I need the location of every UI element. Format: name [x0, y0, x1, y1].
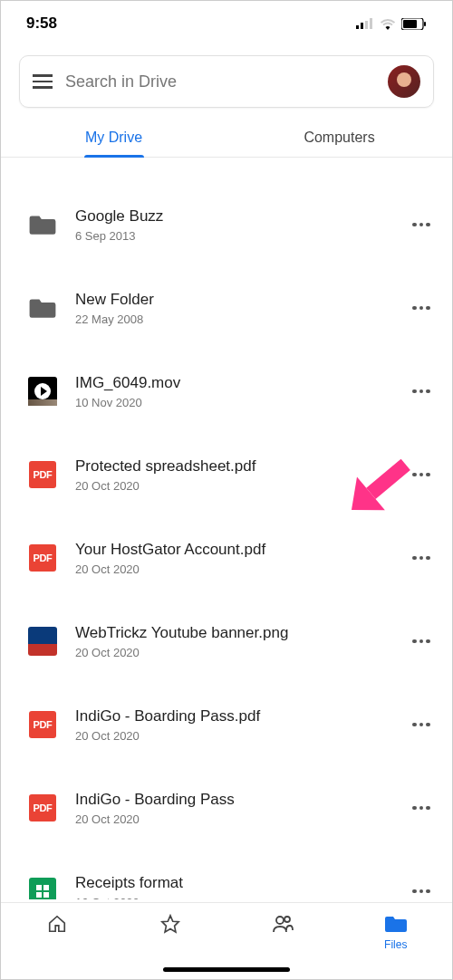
nav-home[interactable] [1, 912, 114, 979]
tab-computers[interactable]: Computers [226, 117, 452, 157]
svg-rect-5 [403, 20, 417, 28]
file-list: Google Buzz6 Sep 2013 New Folder22 May 2… [1, 158, 452, 899]
cellular-icon [356, 18, 374, 29]
image-icon [28, 627, 57, 656]
file-date: 22 May 2008 [75, 312, 390, 326]
file-name: IndiGo - Boarding Pass [75, 791, 390, 809]
file-date: 10 Nov 2020 [75, 396, 390, 409]
list-item[interactable]: Receipts format16 Oct 2020 [1, 850, 452, 899]
video-icon [28, 377, 57, 406]
battery-icon [401, 18, 427, 30]
file-name: Google Buzz [75, 207, 390, 226]
files-icon [384, 912, 408, 936]
svg-point-7 [276, 917, 284, 924]
people-icon [271, 912, 294, 936]
folder-icon [28, 210, 57, 239]
menu-icon[interactable] [33, 74, 53, 89]
tab-my-drive[interactable]: My Drive [1, 117, 226, 157]
folder-icon [28, 293, 57, 322]
svg-rect-3 [370, 18, 372, 29]
tabs-container: My Drive Computers [1, 117, 452, 158]
star-icon [159, 912, 182, 936]
list-item[interactable]: PDF IndiGo - Boarding Pass20 Oct 2020 [1, 766, 452, 850]
avatar[interactable] [388, 65, 420, 98]
list-item[interactable]: PDF Protected spreadsheet.pdf20 Oct 2020 [1, 433, 452, 516]
more-icon[interactable] [409, 462, 434, 487]
nav-label: Files [384, 938, 407, 951]
pdf-icon: PDF [28, 460, 57, 489]
svg-rect-1 [361, 23, 363, 29]
status-time: 9:58 [26, 14, 57, 33]
pdf-icon: PDF [28, 710, 57, 739]
more-icon[interactable] [409, 712, 434, 737]
file-date: 6 Sep 2013 [75, 229, 390, 243]
more-icon[interactable] [409, 545, 434, 571]
more-icon[interactable] [409, 212, 434, 237]
file-date: 20 Oct 2020 [75, 812, 390, 826]
wifi-icon [380, 18, 396, 30]
status-indicators [356, 18, 427, 30]
pdf-icon: PDF [28, 543, 57, 572]
svg-rect-0 [356, 25, 359, 29]
home-indicator[interactable] [163, 967, 290, 972]
list-item[interactable]: IMG_6049.mov10 Nov 2020 [1, 350, 452, 433]
file-name: IndiGo - Boarding Pass.pdf [75, 707, 390, 725]
file-name: Receipts format [75, 874, 390, 892]
list-item[interactable]: PDF Your HostGator Account.pdf20 Oct 202… [1, 516, 452, 600]
more-icon[interactable] [409, 879, 434, 899]
more-icon[interactable] [409, 795, 434, 821]
status-bar: 9:58 [1, 1, 452, 46]
list-item[interactable]: Google Buzz6 Sep 2013 [1, 183, 452, 266]
file-name: Protected spreadsheet.pdf [75, 457, 390, 476]
more-icon[interactable] [409, 295, 434, 321]
more-icon[interactable] [409, 379, 434, 404]
nav-files[interactable]: Files [340, 912, 453, 979]
file-date: 20 Oct 2020 [75, 729, 390, 743]
search-input[interactable]: Search in Drive [65, 72, 375, 91]
file-name: IMG_6049.mov [75, 374, 390, 392]
list-item[interactable]: PDF IndiGo - Boarding Pass.pdf20 Oct 202… [1, 683, 452, 766]
svg-point-8 [284, 917, 290, 922]
svg-rect-2 [365, 21, 368, 29]
pdf-icon: PDF [28, 793, 57, 822]
file-date: 20 Oct 2020 [75, 479, 390, 493]
search-bar[interactable]: Search in Drive [19, 55, 434, 108]
file-date: 20 Oct 2020 [75, 646, 390, 659]
list-item[interactable]: WebTrickz Youtube banner.png20 Oct 2020 [1, 600, 452, 683]
file-date: 16 Oct 2020 [75, 896, 390, 900]
sheets-icon [28, 877, 57, 899]
file-name: New Folder [75, 291, 390, 309]
list-item[interactable]: New Folder22 May 2008 [1, 266, 452, 350]
svg-rect-6 [424, 22, 426, 26]
file-name: WebTrickz Youtube banner.png [75, 624, 390, 642]
file-date: 20 Oct 2020 [75, 562, 390, 576]
file-name: Your HostGator Account.pdf [75, 541, 390, 559]
home-icon [45, 912, 69, 936]
more-icon[interactable] [409, 629, 434, 654]
